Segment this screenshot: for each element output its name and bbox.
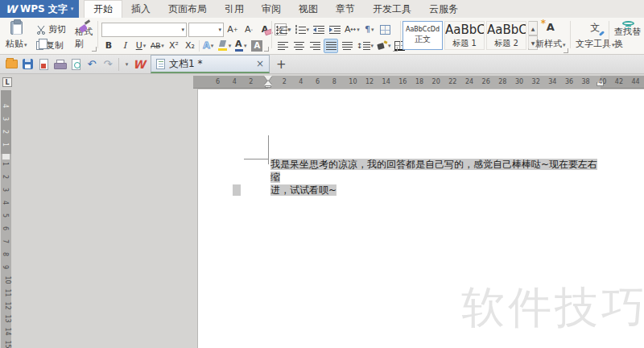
numbered-list-button[interactable]: ▾ xyxy=(294,23,311,37)
italic-button[interactable]: I xyxy=(118,39,132,53)
copy-button[interactable]: 复制 xyxy=(35,39,72,53)
text-tool-button[interactable]: 文 文字工具▾ xyxy=(573,19,617,52)
increase-indent-icon xyxy=(329,25,341,35)
char-shading-button[interactable]: A xyxy=(250,39,264,53)
ruler-number: 4 xyxy=(2,104,9,108)
decrease-font-button[interactable]: A- xyxy=(242,23,256,37)
decrease-indent-button[interactable] xyxy=(312,23,326,37)
wps-menu-button[interactable]: W WPS 文字 ▾ xyxy=(0,0,79,18)
highlight-button[interactable]: ▾ xyxy=(217,39,233,53)
show-paragraph-marks-button[interactable]: ¶▾ xyxy=(362,23,377,37)
ruler-number: 6 xyxy=(316,78,320,85)
tab-page-layout[interactable]: 页面布局 xyxy=(159,0,216,18)
table-grid-icon xyxy=(380,25,390,35)
horizontal-ruler[interactable]: 6422468101214161820222426283032343638404… xyxy=(193,76,644,89)
vertical-ruler[interactable]: 4321123456789101112131415 xyxy=(1,90,11,348)
clipboard-group: 粘贴▾ 剪切 复制 格式刷 xyxy=(2,19,97,53)
ruler-number: 1 xyxy=(2,162,9,166)
subscript-button[interactable]: X₂ xyxy=(183,39,197,53)
save-button[interactable] xyxy=(19,56,35,72)
new-style-button[interactable]: A 新样式▾ xyxy=(533,19,568,52)
text-line: 我是呆坐思考的凉凉，我的回答都是自己写的，感觉自己棒棒哒~现在要左右缩 xyxy=(270,158,607,184)
increase-indent-button[interactable] xyxy=(328,23,342,37)
font-dialog-launcher[interactable] xyxy=(264,47,269,52)
ruler-number: 4 xyxy=(299,78,303,85)
close-tab-icon[interactable]: × xyxy=(256,58,264,69)
styles-dialog-launcher[interactable] xyxy=(564,48,568,53)
paste-button[interactable]: 粘贴▾ xyxy=(3,19,30,52)
bullet-list-button[interactable]: ▾ xyxy=(275,23,292,37)
document-tab[interactable]: 文档1 * × xyxy=(151,55,270,73)
text-effects-icon: A xyxy=(203,40,210,51)
line-spacing-button[interactable]: ↕▾ xyxy=(356,39,374,53)
document-page[interactable]: 我是呆坐思考的凉凉，我的回答都是自己写的，感觉自己棒棒哒~现在要左右缩 进，试试… xyxy=(197,89,644,348)
strikethrough-button[interactable]: AB▾ xyxy=(150,39,165,53)
chevron-down-icon: ▾ xyxy=(211,43,214,49)
tab-stop-selector[interactable]: L xyxy=(2,77,12,87)
font-group: ▾ ▾ A+ A- A 文▾ B I U▾ AB▾ X² X₂ A▾ ▾ A▾ … xyxy=(100,19,270,53)
tab-insert[interactable]: 插入 xyxy=(122,0,159,18)
font-size-combo[interactable]: ▾ xyxy=(188,23,224,37)
tab-home[interactable]: 开始 xyxy=(84,0,122,18)
font-color-button[interactable]: A▾ xyxy=(233,39,248,53)
wps-home-button[interactable]: W xyxy=(131,56,147,72)
clear-format-button[interactable]: A xyxy=(258,23,272,37)
export-pdf-button[interactable] xyxy=(35,56,52,72)
ruler-number: 7 xyxy=(2,239,9,243)
tab-view[interactable]: 视图 xyxy=(290,0,327,18)
ruler-number: 2 xyxy=(249,78,253,85)
chevron-down-icon: ▾ xyxy=(563,42,566,48)
underline-button[interactable]: U▾ xyxy=(134,39,148,53)
text-effects-button[interactable]: A▾ xyxy=(201,39,216,53)
chevron-down-icon: ▾ xyxy=(371,43,374,49)
ruler-number: 14 xyxy=(382,78,390,85)
style-heading-1[interactable]: AaBbC 标题 1 xyxy=(444,21,485,50)
insert-table-button[interactable] xyxy=(378,23,393,37)
redo-icon: ↷ xyxy=(104,59,113,69)
save-icon xyxy=(23,59,33,69)
ruler-number: 9 xyxy=(2,265,9,269)
redo-button[interactable]: ↷ xyxy=(100,56,116,72)
document-text[interactable]: 我是呆坐思考的凉凉，我的回答都是自己写的，感觉自己棒棒哒~现在要左右缩 进，试试… xyxy=(270,158,607,197)
quickbar-customize-button[interactable]: ▾ xyxy=(122,56,131,72)
style-normal[interactable]: AaBbCcDd 正文 xyxy=(402,21,443,50)
new-tab-button[interactable]: + xyxy=(276,57,287,72)
superscript-button[interactable]: X² xyxy=(167,39,181,53)
tab-references[interactable]: 引用 xyxy=(216,0,253,18)
justify-button[interactable] xyxy=(324,39,338,53)
ruler-number: 34 xyxy=(548,78,556,85)
cut-button[interactable]: 剪切 xyxy=(35,23,72,37)
selected-text[interactable]: 我是呆坐思考的凉凉，我的回答都是自己写的，感觉自己棒棒哒~现在要左右缩 xyxy=(270,159,597,183)
printer-icon xyxy=(54,60,65,69)
increase-font-button[interactable]: A+ xyxy=(225,23,240,37)
open-button[interactable] xyxy=(3,56,19,72)
distribute-button[interactable] xyxy=(340,39,354,53)
selected-text[interactable]: 进，试试看呗~ xyxy=(270,184,336,196)
paragraph-dialog-launcher[interactable] xyxy=(393,47,398,52)
align-left-button[interactable] xyxy=(275,39,290,53)
ruler-number: 20 xyxy=(432,78,440,85)
align-center-button[interactable] xyxy=(291,39,306,53)
clipboard-dialog-launcher[interactable] xyxy=(92,47,97,52)
text-caret-serif xyxy=(244,159,269,160)
chevron-down-icon: ▾ xyxy=(181,27,184,33)
shading-button[interactable]: ▾ xyxy=(376,39,392,53)
tab-developer[interactable]: 开发工具 xyxy=(364,0,420,18)
ruler-number: 42 xyxy=(615,78,623,85)
left-indent-marker[interactable] xyxy=(265,85,271,88)
ruler-number: 2 xyxy=(2,175,9,179)
ribbon-tab-bar: 开始 插入 页面布局 引用 审阅 视图 章节 开发工具 云服务 xyxy=(84,0,467,18)
bold-button[interactable]: B xyxy=(101,39,116,53)
print-button[interactable] xyxy=(52,56,68,72)
undo-button[interactable]: ↶ xyxy=(84,56,100,72)
font-name-combo[interactable]: ▾ xyxy=(101,23,187,37)
tab-cloud[interactable]: 云服务 xyxy=(420,0,467,18)
tab-section[interactable]: 章节 xyxy=(327,0,364,18)
char-scale-button[interactable]: A↔▾ xyxy=(344,23,361,37)
ruler-number: 32 xyxy=(532,78,540,85)
style-heading-2[interactable]: AaBbC 标题 2 xyxy=(486,21,526,50)
find-replace-button[interactable]: 查找替换 xyxy=(612,19,644,52)
tab-review[interactable]: 审阅 xyxy=(253,0,290,18)
print-preview-button[interactable] xyxy=(68,56,84,72)
align-right-button[interactable] xyxy=(308,39,322,53)
